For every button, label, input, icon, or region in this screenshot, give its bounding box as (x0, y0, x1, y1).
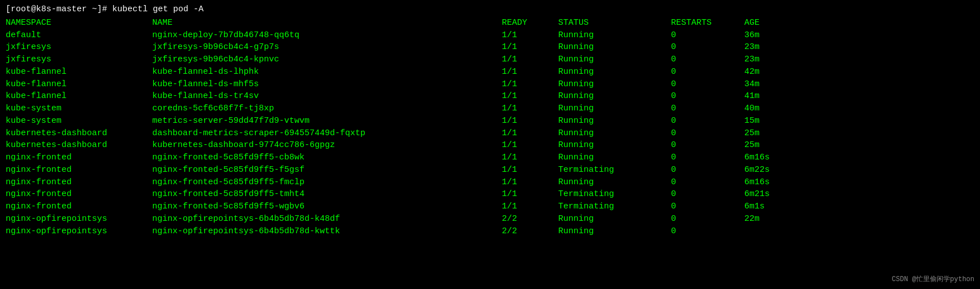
cell-namespace: jxfiresys (6, 41, 152, 54)
cell-ready: 1/1 (502, 41, 558, 54)
cell-name: nginx-fronted-5c85fd9ff5-tmht4 (152, 188, 502, 201)
cell-restarts: 0 (671, 164, 744, 176)
cell-ready: 1/1 (502, 90, 558, 103)
table-body: defaultnginx-deploy-7b7db46748-qq6tq1/1R… (6, 29, 974, 238)
cell-age: 36m (744, 29, 801, 42)
table-row: defaultnginx-deploy-7b7db46748-qq6tq1/1R… (6, 29, 974, 42)
cell-restarts: 0 (671, 54, 744, 66)
cell-namespace: jxfiresys (6, 54, 152, 66)
header-name: NAME (152, 17, 502, 29)
table-row: kube-flannelkube-flannel-ds-tr4sv1/1Runn… (6, 90, 974, 103)
cell-status: Running (558, 213, 671, 225)
cell-name: coredns-5cf6c68f7f-tj8xp (152, 103, 502, 115)
cell-age: 23m (744, 41, 801, 54)
cell-ready: 1/1 (502, 152, 558, 164)
table-row: kube-systemmetrics-server-59dd47f7d9-vtw… (6, 115, 974, 127)
cell-name: kube-flannel-ds-mhf5s (152, 78, 502, 91)
cell-namespace: nginx-fronted (6, 176, 152, 189)
header-ready: READY (502, 17, 558, 29)
cell-restarts: 0 (671, 29, 744, 42)
cell-namespace: nginx-fronted (6, 201, 152, 213)
cell-status: Running (558, 54, 671, 66)
cell-namespace: kube-system (6, 103, 152, 115)
cell-ready: 1/1 (502, 54, 558, 66)
header-namespace: NAMESPACE (6, 17, 152, 29)
cell-status: Running (558, 127, 671, 140)
cell-age: 25m (744, 127, 801, 140)
cell-age: 6m1s (744, 201, 801, 213)
cell-status: Running (558, 115, 671, 127)
cell-status: Running (558, 176, 671, 189)
watermark-label: CSDN @忙里偷闲学python (892, 275, 974, 284)
cell-name: jxfiresys-9b96cb4c4-g7p7s (152, 41, 502, 54)
cell-age: 23m (744, 54, 801, 66)
cell-restarts: 0 (671, 213, 744, 225)
table-header: NAMESPACE NAME READY STATUS RESTARTS AGE (6, 17, 974, 29)
table-row: nginx-frontednginx-fronted-5c85fd9ff5-cb… (6, 152, 974, 164)
cell-status: Running (558, 66, 671, 78)
cell-namespace: kube-flannel (6, 78, 152, 91)
table-row: kube-systemcoredns-5cf6c68f7f-tj8xp1/1Ru… (6, 103, 974, 115)
cell-namespace: kubernetes-dashboard (6, 127, 152, 140)
cell-age: 6m21s (744, 188, 801, 201)
cell-namespace: nginx-opfirepointsys (6, 225, 152, 238)
cell-restarts: 0 (671, 201, 744, 213)
cell-age: 6m22s (744, 164, 801, 176)
cell-restarts: 0 (671, 66, 744, 78)
cell-restarts: 0 (671, 90, 744, 103)
cell-name: nginx-fronted-5c85fd9ff5-fmclp (152, 176, 502, 189)
cell-name: nginx-fronted-5c85fd9ff5-cb8wk (152, 152, 502, 164)
cell-namespace: kube-flannel (6, 90, 152, 103)
cell-ready: 1/1 (502, 201, 558, 213)
header-age: AGE (744, 17, 801, 29)
cell-age: 6m16s (744, 152, 801, 164)
header-restarts: RESTARTS (671, 17, 744, 29)
cell-age: 25m (744, 139, 801, 152)
cell-ready: 2/2 (502, 213, 558, 225)
cell-status: Running (558, 103, 671, 115)
cell-ready: 1/1 (502, 139, 558, 152)
table-row: nginx-opfirepointsysnginx-opfirepointsys… (6, 213, 974, 225)
cell-age: 42m (744, 66, 801, 78)
table-row: nginx-frontednginx-fronted-5c85fd9ff5-f5… (6, 164, 974, 176)
cell-restarts: 0 (671, 115, 744, 127)
cell-restarts: 0 (671, 225, 744, 238)
cell-name: metrics-server-59dd47f7d9-vtwvm (152, 115, 502, 127)
cell-status: Running (558, 225, 671, 238)
table-row: kube-flannelkube-flannel-ds-mhf5s1/1Runn… (6, 78, 974, 91)
cell-name: nginx-opfirepointsys-6b4b5db78d-k48df (152, 213, 502, 225)
cell-age: 6m16s (744, 176, 801, 189)
header-status: STATUS (558, 17, 671, 29)
cell-status: Running (558, 90, 671, 103)
cell-status: Running (558, 29, 671, 42)
cell-namespace: nginx-fronted (6, 164, 152, 176)
cell-namespace: kube-flannel (6, 66, 152, 78)
cell-name: nginx-fronted-5c85fd9ff5-f5gsf (152, 164, 502, 176)
cell-name: nginx-deploy-7b7db46748-qq6tq (152, 29, 502, 42)
cell-name: kubernetes-dashboard-9774cc786-6gpgz (152, 139, 502, 152)
cell-status: Running (558, 41, 671, 54)
cell-name: nginx-fronted-5c85fd9ff5-wgbv6 (152, 201, 502, 213)
cell-name: nginx-opfirepointsys-6b4b5db78d-kwttk (152, 225, 502, 238)
cell-namespace: nginx-fronted (6, 188, 152, 201)
cell-namespace: kube-system (6, 115, 152, 127)
cell-name: dashboard-metrics-scraper-694557449d-fqx… (152, 127, 502, 140)
cell-restarts: 0 (671, 188, 744, 201)
cell-restarts: 0 (671, 41, 744, 54)
cell-status: Running (558, 78, 671, 91)
cell-ready: 1/1 (502, 78, 558, 91)
cell-name: kube-flannel-ds-tr4sv (152, 90, 502, 103)
table-row: nginx-frontednginx-fronted-5c85fd9ff5-tm… (6, 188, 974, 201)
cell-age (744, 225, 801, 238)
cell-namespace: kubernetes-dashboard (6, 139, 152, 152)
cell-namespace: default (6, 29, 152, 42)
cell-age: 15m (744, 115, 801, 127)
table-row: nginx-frontednginx-fronted-5c85fd9ff5-wg… (6, 201, 974, 213)
cell-age: 22m (744, 213, 801, 225)
cell-ready: 2/2 (502, 225, 558, 238)
cell-ready: 1/1 (502, 29, 558, 42)
cell-ready: 1/1 (502, 115, 558, 127)
table-row: jxfiresysjxfiresys-9b96cb4c4-g7p7s1/1Run… (6, 41, 974, 54)
cell-namespace: nginx-opfirepointsys (6, 213, 152, 225)
table-row: kubernetes-dashboardkubernetes-dashboard… (6, 139, 974, 152)
